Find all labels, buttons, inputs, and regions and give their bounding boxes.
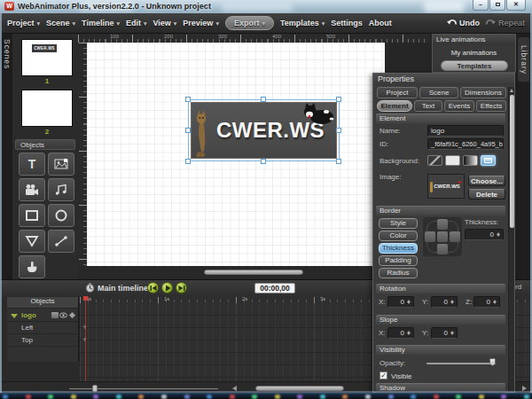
resize-handle-ne[interactable] <box>336 97 341 102</box>
tab-events[interactable]: Events <box>444 100 474 112</box>
tab-project[interactable]: Project <box>377 87 418 98</box>
app-window: WebAnimator Plus, version2.2.0 - Unknown… <box>0 0 532 399</box>
resize-handle-n[interactable] <box>261 97 266 102</box>
rotation-z-input[interactable]: 0 <box>473 296 500 308</box>
resize-handle-w[interactable] <box>185 128 191 133</box>
text-tool-button[interactable]: T <box>19 153 45 176</box>
id-input[interactable]: _f6faf91c_6260_4a95_b0f1 <box>427 138 504 150</box>
name-input[interactable]: logo <box>427 125 504 137</box>
menu-preview[interactable]: Preview <box>183 19 219 27</box>
audio-tool-button[interactable] <box>48 178 74 201</box>
library-tab[interactable]: Library <box>518 37 529 82</box>
scroll-right-arrow[interactable] <box>522 386 527 391</box>
resize-handle-e[interactable] <box>336 128 341 133</box>
scenes-tab[interactable]: Scenes <box>3 39 12 69</box>
background-image-button[interactable] <box>481 155 496 166</box>
keyframe-diamond-icon[interactable] <box>69 312 75 318</box>
maximize-button[interactable] <box>489 0 505 11</box>
properties-scrollbar-thumb[interactable] <box>510 95 514 228</box>
border-left-side-button[interactable] <box>425 231 435 242</box>
tab-dimensions[interactable]: Dimensions <box>460 87 506 98</box>
resize-handle-s[interactable] <box>261 159 266 164</box>
menu-timeline[interactable]: Timeline <box>82 19 120 27</box>
play-button[interactable] <box>161 282 173 293</box>
scene-2-thumbnail[interactable] <box>21 90 73 127</box>
line-tool-button[interactable] <box>48 230 74 253</box>
visible-checkbox[interactable] <box>379 372 387 379</box>
visibility-eye-icon[interactable] <box>59 312 67 318</box>
animation-icon[interactable] <box>51 312 59 318</box>
undo-button[interactable]: Undo <box>447 19 480 27</box>
repeat-button[interactable]: Repeat <box>486 19 525 27</box>
resize-handle-sw[interactable] <box>185 159 191 164</box>
selected-logo-element[interactable]: CWER.WS <box>191 102 337 159</box>
menu-scene[interactable]: Scene <box>46 19 75 27</box>
skip-end-button[interactable] <box>176 282 187 293</box>
scenes-strip: Scenes <box>2 34 12 279</box>
resize-handle-se[interactable] <box>336 159 341 164</box>
background-transparent-button[interactable] <box>427 155 442 166</box>
menu-edit[interactable]: Edit <box>126 19 147 27</box>
menu-view[interactable]: View <box>153 19 176 27</box>
time-label: 1s <box>164 296 169 301</box>
minimize-button[interactable] <box>473 0 489 11</box>
opacity-slider[interactable] <box>426 363 496 364</box>
rectangle-tool-button[interactable] <box>19 204 45 227</box>
properties-scrollbar[interactable] <box>508 87 514 391</box>
skip-start-button[interactable] <box>147 282 159 293</box>
triangle-tool-button[interactable] <box>19 230 45 253</box>
expand-caret-icon[interactable] <box>11 314 18 318</box>
background-solid-button[interactable] <box>445 155 460 166</box>
tab-text[interactable]: Text <box>414 100 442 112</box>
timeline-row-left[interactable]: Left <box>7 322 78 334</box>
border-style-button[interactable]: Style <box>379 218 418 229</box>
scene-1-thumbnail[interactable]: CWER.WS <box>21 39 73 76</box>
tab-scene[interactable]: Scene <box>419 87 458 98</box>
border-bottom-side-button[interactable] <box>437 244 448 254</box>
close-button[interactable] <box>506 0 526 11</box>
playhead-marker[interactable] <box>83 296 88 301</box>
canvas-scrollbar-thumb[interactable] <box>204 270 303 275</box>
border-right-side-button[interactable] <box>450 231 460 242</box>
windows-taskbar[interactable] <box>0 393 532 399</box>
thickness-input[interactable]: 0 <box>465 229 504 240</box>
add-left-keyframe-button[interactable] <box>81 324 89 332</box>
resize-handle-nw[interactable] <box>185 97 191 102</box>
opacity-slider-handle[interactable] <box>489 358 496 366</box>
menu-project[interactable]: Project <box>7 19 40 27</box>
timeline-scrollbar-thumb[interactable] <box>255 386 344 391</box>
border-thickness-button[interactable]: Thickness <box>379 243 418 254</box>
scroll-left-arrow[interactable] <box>232 386 237 391</box>
rotation-x-input[interactable]: 0 <box>387 296 414 308</box>
slope-y-input[interactable]: 0 <box>431 327 458 339</box>
templates-button[interactable]: Templates <box>441 60 508 71</box>
border-color-button[interactable]: Color <box>379 231 418 241</box>
border-top-side-button[interactable] <box>437 219 448 230</box>
menu-settings[interactable]: Settings <box>331 19 363 27</box>
menu-about[interactable]: About <box>369 19 392 27</box>
my-animations-button[interactable]: My animations <box>433 49 515 57</box>
choose-image-button[interactable]: Choose... <box>468 176 505 186</box>
ellipse-tool-button[interactable] <box>48 204 74 227</box>
timeline-row-top[interactable]: Top <box>7 334 78 347</box>
delete-image-button[interactable]: Delete <box>468 189 505 200</box>
scrollbar-up-arrow[interactable] <box>510 89 513 92</box>
image-tool-button[interactable] <box>48 153 74 176</box>
video-tool-button[interactable] <box>19 178 45 201</box>
border-padding-button[interactable]: Padding <box>379 255 418 266</box>
border-radius-button[interactable]: Radius <box>379 268 418 278</box>
image-thumbnail: CWER.WS <box>427 174 465 199</box>
add-top-keyframe-button[interactable] <box>81 336 89 344</box>
tab-element[interactable]: Element <box>377 100 412 112</box>
objects-panel-title: Objects <box>15 139 75 150</box>
menu-templates[interactable]: Templates <box>280 19 325 27</box>
background-gradient-button[interactable] <box>463 155 478 166</box>
rotation-y-input[interactable]: 0 <box>431 296 458 308</box>
slope-x-input[interactable]: 0 <box>387 327 414 339</box>
border-all-sides-button[interactable] <box>437 231 448 242</box>
menu-export[interactable]: Export <box>225 16 274 30</box>
timeline-zoom-handle[interactable] <box>92 385 98 392</box>
button-tool-button[interactable] <box>19 255 45 278</box>
tab-effects[interactable]: Effects <box>476 100 506 112</box>
timeline-row-logo[interactable]: logo <box>7 309 78 322</box>
